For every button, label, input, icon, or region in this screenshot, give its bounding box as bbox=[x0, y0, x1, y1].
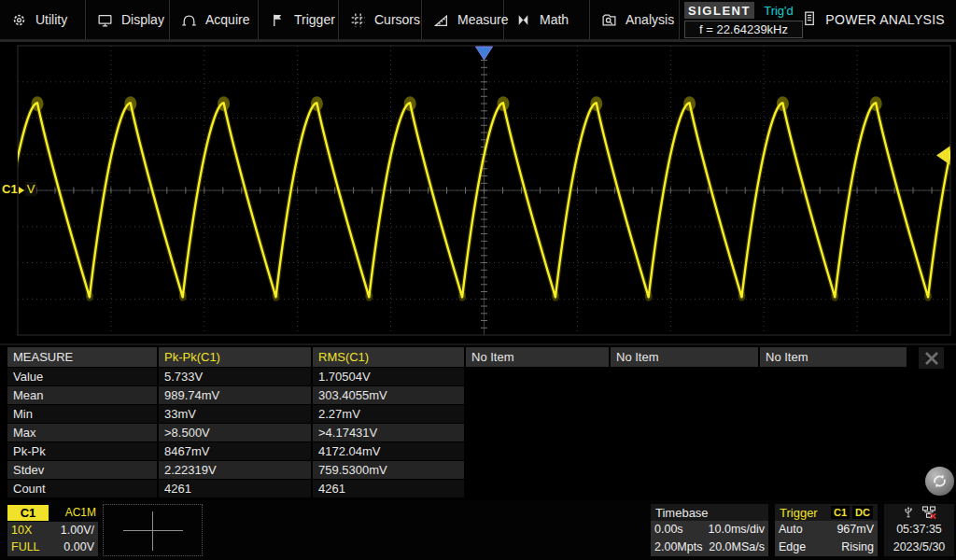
menu-item-utility[interactable]: Utility bbox=[0, 0, 86, 39]
measure-table: MEASUREPk-Pk(C1)RMS(C1)No ItemNo ItemNo … bbox=[7, 347, 907, 497]
channel-unit-label: V bbox=[25, 182, 37, 196]
top-menu-bar: UtilityDisplayAcquireTriggerCursorsMeasu… bbox=[0, 0, 956, 39]
acquire-icon bbox=[181, 12, 197, 28]
trigger-type: Edge bbox=[779, 539, 806, 555]
math-icon bbox=[515, 12, 531, 28]
measure-panel-title: MEASURE bbox=[7, 347, 157, 367]
channel-badge: C1 bbox=[7, 505, 49, 521]
menu-item-label: Display bbox=[121, 12, 164, 27]
measure-value-cell bbox=[611, 405, 758, 423]
bandwidth-limit: FULL bbox=[11, 539, 40, 555]
channel-offset-label: C1 bbox=[2, 182, 18, 196]
measure-value-cell bbox=[466, 386, 609, 404]
measure-value-cell bbox=[611, 461, 758, 479]
measure-value-cell bbox=[760, 405, 907, 423]
measure-row-label: Pk-Pk bbox=[7, 442, 157, 460]
volts-per-div: 1.00V/ bbox=[61, 523, 94, 539]
analysis-icon bbox=[601, 12, 617, 28]
c1-trace bbox=[0, 96, 956, 301]
channel-1-box[interactable]: C1 AC1M 10X1.00V/ FULL0.00V bbox=[7, 504, 98, 556]
gear-icon bbox=[11, 12, 27, 28]
timebase-box[interactable]: Timebase 0.00s10.0ms/div 2.00Mpts20.0MSa… bbox=[651, 504, 768, 556]
menu-item-label: Utility bbox=[35, 12, 67, 27]
measure-value-cell bbox=[611, 442, 758, 460]
measure-value-cell bbox=[760, 461, 907, 479]
channel-coupling: AC1M bbox=[65, 506, 98, 519]
timebase-title: Timebase bbox=[655, 506, 709, 520]
clipboard-icon bbox=[801, 10, 817, 29]
frequency-counter: f = 22.64239kHz bbox=[684, 21, 803, 38]
menu-item-label: Trigger bbox=[294, 12, 335, 27]
status-box[interactable]: 05:37:35 2023/5/30 bbox=[884, 504, 954, 556]
menu-items: UtilityDisplayAcquireTriggerCursorsMeasu… bbox=[0, 0, 680, 39]
probe-attenuation: 10X bbox=[11, 523, 32, 539]
measure-value-cell: 989.74mV bbox=[159, 386, 311, 404]
trigger-delay: 0.00s bbox=[654, 522, 683, 538]
measure-value-cell: 8467mV bbox=[159, 442, 311, 460]
channel-offset-marker[interactable]: C1 V bbox=[2, 182, 36, 196]
measure-value-cell: 759.5300mV bbox=[313, 461, 464, 479]
menu-item-analysis[interactable]: Analysis bbox=[590, 0, 680, 39]
measure-panel: MEASUREPk-Pk(C1)RMS(C1)No ItemNo ItemNo … bbox=[0, 343, 956, 500]
measure-value-cell: 5.733V bbox=[159, 368, 311, 385]
trigger-coupling: DC bbox=[852, 506, 873, 519]
clock-date: 2023/5/30 bbox=[893, 539, 946, 556]
crosshair-icon bbox=[123, 530, 183, 531]
measure-value-cell bbox=[611, 480, 758, 497]
menu-item-acquire[interactable]: Acquire bbox=[170, 0, 259, 39]
measure-column-header[interactable]: No Item bbox=[760, 347, 907, 367]
menu-item-display[interactable]: Display bbox=[86, 0, 170, 39]
measure-value-cell: 4172.04mV bbox=[313, 442, 464, 460]
time-per-div: 10.0ms/div bbox=[709, 522, 765, 538]
menu-item-label: Acquire bbox=[205, 12, 249, 27]
menu-item-cursors[interactable]: Cursors bbox=[339, 0, 422, 39]
channel-offset: 0.00V bbox=[63, 539, 94, 555]
measure-column-header[interactable]: No Item bbox=[611, 347, 758, 367]
refresh-circle-button[interactable] bbox=[925, 467, 954, 496]
trigger-mode: Auto bbox=[779, 522, 803, 538]
waveform-display[interactable]: C1 V bbox=[0, 42, 956, 343]
measure-column-header[interactable]: No Item bbox=[466, 347, 609, 367]
flag-icon bbox=[270, 12, 286, 28]
measure-value-cell bbox=[466, 405, 609, 423]
clock-time: 05:37:35 bbox=[896, 521, 942, 539]
measure-value-cell bbox=[611, 386, 758, 404]
trigger-box[interactable]: Trigger C1 DC Auto967mV EdgeRising bbox=[775, 504, 878, 556]
menu-item-measure[interactable]: Measure bbox=[422, 0, 504, 39]
trigger-level-marker[interactable] bbox=[936, 147, 950, 165]
measure-value-cell: >8.500V bbox=[159, 424, 311, 441]
measure-value-cell bbox=[466, 442, 609, 460]
usb-icon bbox=[902, 505, 915, 520]
measure-row-label: Stdev bbox=[7, 461, 157, 479]
measure-value-cell bbox=[760, 424, 907, 441]
siglent-logo: SIGLENT bbox=[684, 2, 754, 19]
measure-value-cell bbox=[611, 424, 758, 441]
trigger-position-marker[interactable] bbox=[476, 47, 493, 60]
power-analysis-label: POWER ANALYSIS bbox=[825, 12, 945, 27]
measure-column-header[interactable]: RMS(C1) bbox=[313, 347, 464, 367]
measure-value-cell: >4.17431V bbox=[313, 424, 464, 441]
logo-block: SIGLENT Trig'd f = 22.64239kHz bbox=[684, 2, 803, 38]
measure-value-cell bbox=[466, 461, 609, 479]
measure-value-cell: 33mV bbox=[159, 405, 311, 423]
measure-row-label: Max bbox=[7, 424, 157, 441]
empty-channel-slot[interactable] bbox=[103, 504, 203, 556]
measure-value-cell bbox=[760, 368, 907, 385]
bottom-bar: C1 AC1M 10X1.00V/ FULL0.00V Timebase 0.0… bbox=[0, 500, 956, 560]
trigger-level: 967mV bbox=[836, 522, 874, 538]
menu-item-math[interactable]: Math bbox=[504, 0, 590, 39]
measure-column-header[interactable]: Pk-Pk(C1) bbox=[159, 347, 311, 367]
measure-row-label: Value bbox=[7, 368, 157, 385]
menu-item-power-analysis[interactable]: POWER ANALYSIS bbox=[792, 0, 954, 39]
measure-row-label: Min bbox=[7, 405, 157, 423]
menu-item-label: Cursors bbox=[374, 12, 420, 27]
measure-value-cell: 4261 bbox=[159, 480, 311, 497]
measure-value-cell bbox=[466, 424, 609, 441]
menu-item-trigger[interactable]: Trigger bbox=[259, 0, 339, 39]
monitor-icon bbox=[97, 12, 113, 28]
cursors-icon bbox=[350, 12, 366, 28]
measure-close-button[interactable] bbox=[919, 347, 944, 369]
measure-value-cell bbox=[611, 368, 758, 385]
trigger-title: Trigger bbox=[780, 506, 818, 520]
measure-value-cell bbox=[760, 480, 907, 497]
